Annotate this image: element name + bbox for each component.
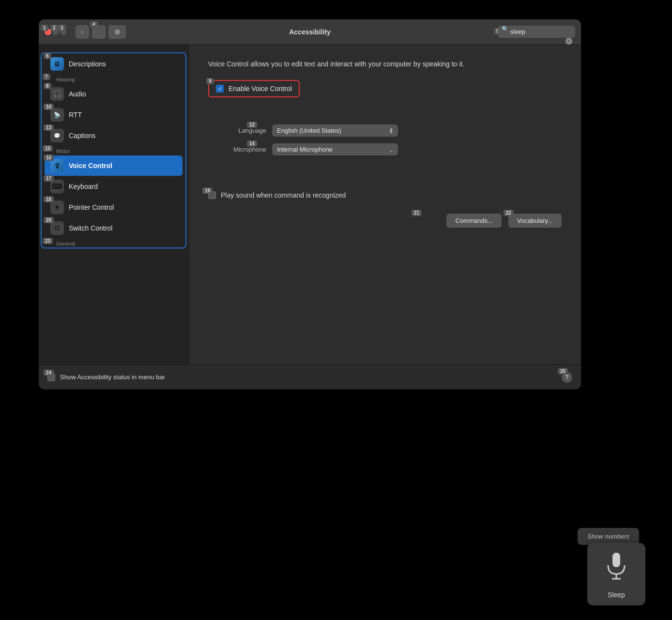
show-numbers-button[interactable]: Show numbers xyxy=(578,528,639,545)
switch-control-icon: ⊡ xyxy=(50,221,64,235)
badge-2: 2 xyxy=(50,25,58,31)
language-label: Language xyxy=(208,127,266,134)
microphone-label: Microphone xyxy=(208,146,266,153)
motor-section-label: 15 Motor xyxy=(42,146,185,155)
voice-control-icon: 🎙 xyxy=(50,159,64,172)
grid-icon: ⊞ xyxy=(115,28,120,35)
hearing-section-label: 7 Hearing xyxy=(42,75,185,83)
sidebar-item-switch-control[interactable]: 20 ⊡ Switch Control xyxy=(45,218,183,238)
keyboard-icon: ⌨ xyxy=(50,180,64,193)
back-icon: ‹ xyxy=(81,28,83,35)
badge-18: 18 xyxy=(44,196,54,202)
badge-24: 24 xyxy=(44,370,54,376)
sidebar-selected-group: 6 🖥 Descriptions 7 Hearing 8 🎧 xyxy=(41,52,186,248)
sidebar-item-voice-control-label: Voice Control xyxy=(69,162,112,170)
audio-icon: 🎧 xyxy=(50,87,64,101)
mic-icon xyxy=(604,552,628,586)
badge-21: 21 xyxy=(412,210,422,216)
vocabulary-button[interactable]: Vocabulary... xyxy=(508,214,562,228)
sidebar-item-keyboard-label: Keyboard xyxy=(69,183,98,190)
badge-23: 23 xyxy=(43,238,53,244)
show-status-row: 24 Show Accessibility status in menu bar xyxy=(47,373,165,381)
sidebar-item-captions-label: Captions xyxy=(69,132,95,140)
titlebar: 1 2 3 ‹ 4 › ⊞ xyxy=(39,19,581,45)
badge-1: 1 xyxy=(41,25,48,31)
search-area: 5 🔍 ✕ xyxy=(498,26,575,38)
mic-sleep-label: Sleep xyxy=(608,591,625,599)
language-dropdown[interactable]: English (United States) xyxy=(272,124,398,137)
zoom-wrapper: 3 xyxy=(60,29,67,35)
main-content: 6 🖥 Descriptions 7 Hearing 8 🎧 xyxy=(39,45,581,364)
sidebar-item-audio[interactable]: 8 🎧 Audio xyxy=(45,84,183,104)
search-wrapper: 🔍 ✕ xyxy=(498,26,575,38)
sidebar-item-descriptions-label: Descriptions xyxy=(69,60,106,68)
general-section-label: 23 General xyxy=(42,239,185,248)
help-wrapper: 25 ? xyxy=(562,372,572,383)
back-wrapper: ‹ xyxy=(76,25,89,39)
sidebar-item-rtt[interactable]: 10 📡 RTT xyxy=(45,105,183,125)
language-row: 12 Language English (United States) ⬍ xyxy=(208,124,562,137)
right-panel: Voice Control allows you to edit text an… xyxy=(189,45,581,364)
search-clear-button[interactable]: ✕ xyxy=(565,38,572,45)
play-sound-row: 19 Play sound when command is recognized xyxy=(208,191,562,199)
bottom-buttons: 21 Commands... 22 Vocabulary... xyxy=(208,214,562,228)
spacer xyxy=(208,162,562,191)
window-title: Accessibility xyxy=(289,28,331,36)
status-label: Show Accessibility status in menu bar xyxy=(60,373,165,381)
microphone-row: 14 Microphone Internal Microphone ⌄ xyxy=(208,143,562,155)
badge-15: 15 xyxy=(43,145,53,152)
badge-7: 7 xyxy=(43,74,50,80)
enable-checkbox[interactable]: ✓ xyxy=(216,85,224,93)
sidebar-item-rtt-label: RTT xyxy=(69,111,82,119)
sidebar-item-pointer-control[interactable]: 18 🖱 Pointer Control xyxy=(45,197,183,217)
enable-voice-control-row[interactable]: ✓ Enable Voice Control xyxy=(208,80,300,97)
descriptions-icon: 🖥 xyxy=(50,57,64,71)
badge-13: 13 xyxy=(44,124,54,131)
grid-view-button[interactable]: ⊞ xyxy=(108,25,126,39)
badge-10: 10 xyxy=(44,104,54,110)
enable-voice-control-label: Enable Voice Control xyxy=(229,85,292,93)
vocabulary-btn-wrapper: 22 Vocabulary... xyxy=(508,214,562,228)
traffic-lights: 1 2 3 xyxy=(45,29,67,35)
description-text: Voice Control allows you to edit text an… xyxy=(208,59,499,69)
sidebar-item-switch-control-label: Switch Control xyxy=(69,224,112,232)
badge-6: 6 xyxy=(44,53,51,59)
mic-panel: Sleep xyxy=(587,543,645,605)
forward-button[interactable]: › xyxy=(92,25,106,39)
captions-icon: 💬 xyxy=(50,129,64,142)
pointer-control-icon: 🖱 xyxy=(50,201,64,214)
badge-19: 19 xyxy=(202,187,213,194)
sidebar-item-keyboard[interactable]: 17 ⌨ Keyboard xyxy=(45,176,183,197)
num4-wrapper: 4 › xyxy=(92,25,106,39)
search-input[interactable] xyxy=(498,26,575,38)
sidebar: 6 🖥 Descriptions 7 Hearing 8 🎧 xyxy=(39,45,189,364)
badge-17: 17 xyxy=(44,175,54,182)
sidebar-item-audio-label: Audio xyxy=(69,90,86,98)
enable-section: 9 ✓ Enable Voice Control xyxy=(208,80,562,111)
badge-16: 16 xyxy=(44,155,54,161)
sidebar-item-voice-control[interactable]: 16 🎙 Voice Control xyxy=(45,155,183,176)
sidebar-item-descriptions[interactable]: 6 🖥 Descriptions xyxy=(45,54,183,74)
accessibility-window: 1 2 3 ‹ 4 › ⊞ xyxy=(39,19,581,389)
badge-8: 8 xyxy=(44,83,51,89)
microphone-dropdown[interactable]: Internal Microphone xyxy=(272,143,398,155)
badge-25: 25 xyxy=(558,368,568,374)
bottom-bar: 24 Show Accessibility status in menu bar… xyxy=(39,364,581,389)
badge-9: 9 xyxy=(206,78,214,84)
language-dropdown-wrapper: English (United States) ⬍ xyxy=(272,124,398,137)
nav-controls: ‹ 4 › ⊞ xyxy=(76,25,126,39)
badge-20: 20 xyxy=(44,217,54,223)
microphone-dropdown-wrapper: Internal Microphone ⌄ xyxy=(272,143,398,155)
badge-12: 12 xyxy=(247,122,257,128)
sidebar-item-captions[interactable]: 13 💬 Captions xyxy=(45,125,183,146)
rtt-icon: 📡 xyxy=(50,108,64,122)
badge-14: 14 xyxy=(247,140,257,147)
back-button[interactable]: ‹ xyxy=(76,25,89,39)
play-sound-label: Play sound when command is recognized xyxy=(221,191,346,199)
commands-button[interactable]: Commands... xyxy=(446,214,501,228)
search-icon: 🔍 xyxy=(502,26,509,32)
badge-3: 3 xyxy=(58,25,66,31)
svg-rect-0 xyxy=(612,553,620,567)
sidebar-item-pointer-control-label: Pointer Control xyxy=(69,203,114,211)
badge-22: 22 xyxy=(504,210,514,216)
